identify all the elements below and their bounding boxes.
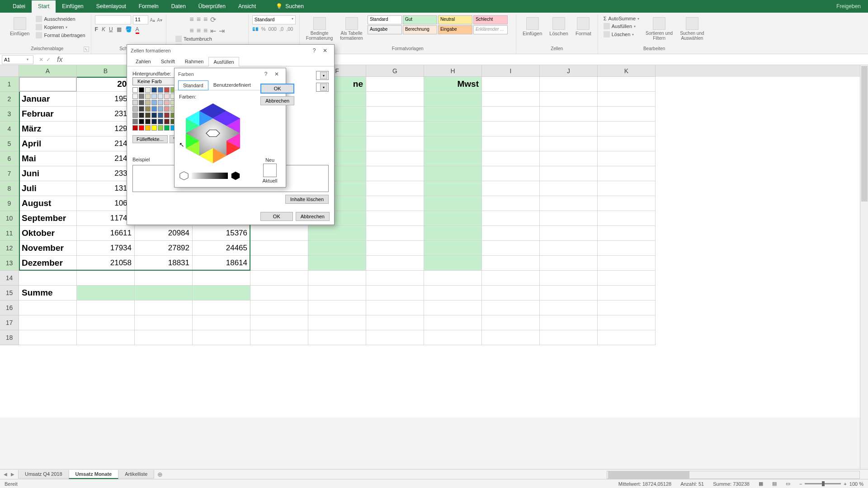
palette-swatch[interactable] bbox=[158, 119, 163, 124]
dialog-close-button[interactable]: ✕ bbox=[320, 46, 330, 55]
increase-font-icon[interactable]: A▴ bbox=[150, 18, 156, 23]
cell[interactable] bbox=[308, 241, 366, 256]
palette-swatch[interactable] bbox=[139, 87, 144, 93]
cell[interactable] bbox=[19, 315, 77, 330]
row-header-8[interactable]: 8 bbox=[0, 181, 19, 196]
style-schlecht[interactable]: Schlecht bbox=[473, 15, 508, 24]
cell[interactable] bbox=[540, 196, 598, 211]
dialog-help-button[interactable]: ? bbox=[309, 46, 320, 55]
row-header-16[interactable]: 16 bbox=[0, 300, 19, 315]
cell[interactable] bbox=[250, 286, 308, 300]
format-ok-button[interactable]: OK bbox=[260, 212, 293, 221]
align-left-icon[interactable]: ≡ bbox=[189, 27, 193, 35]
cell[interactable] bbox=[482, 136, 540, 151]
row-header-13[interactable]: 13 bbox=[0, 256, 19, 271]
percent-icon[interactable]: % bbox=[261, 26, 266, 32]
colors-close-button[interactable]: ✕ bbox=[271, 70, 282, 79]
palette-swatch[interactable] bbox=[158, 100, 163, 105]
style-erklaerender[interactable]: Erklärender ... bbox=[473, 25, 508, 34]
view-normal-icon[interactable]: ▦ bbox=[759, 481, 763, 487]
cell[interactable] bbox=[366, 330, 424, 345]
cell[interactable] bbox=[598, 286, 656, 300]
cell[interactable] bbox=[540, 315, 598, 330]
cell[interactable] bbox=[308, 256, 366, 271]
cell[interactable]: 21058 bbox=[77, 256, 135, 271]
delete-cells-button[interactable]: Löschen bbox=[547, 15, 571, 38]
style-berechnung[interactable]: Berechnung bbox=[403, 25, 437, 34]
col-header-B[interactable]: B bbox=[77, 65, 135, 77]
pattern-color-dropdown[interactable]: ▾ bbox=[316, 71, 329, 80]
colors-help-button[interactable]: ? bbox=[260, 70, 271, 79]
cell[interactable] bbox=[424, 315, 482, 330]
select-all-corner[interactable] bbox=[0, 65, 19, 77]
palette-swatch[interactable] bbox=[145, 113, 151, 118]
cell[interactable] bbox=[366, 136, 424, 151]
conditional-format-button[interactable]: Bedingte Formatierung bbox=[303, 15, 335, 42]
palette-swatch[interactable] bbox=[164, 113, 170, 118]
cell[interactable]: 1957 bbox=[77, 92, 135, 107]
palette-swatch[interactable] bbox=[151, 87, 157, 93]
cell[interactable] bbox=[482, 196, 540, 211]
cell[interactable] bbox=[540, 330, 598, 345]
tab-schrift[interactable]: Schrift bbox=[156, 56, 180, 66]
cell[interactable]: 2146 bbox=[77, 151, 135, 166]
tab-rahmen[interactable]: Rahmen bbox=[180, 56, 209, 66]
palette-swatch[interactable] bbox=[145, 106, 151, 112]
colors-ok-button[interactable]: OK bbox=[260, 84, 294, 94]
cell[interactable] bbox=[482, 256, 540, 271]
col-header-J[interactable]: J bbox=[540, 65, 598, 77]
tab-ausfuellen[interactable]: Ausfüllen bbox=[208, 57, 239, 66]
format-painter-button[interactable]: Format übertragen bbox=[34, 32, 87, 39]
cell[interactable]: 24465 bbox=[193, 241, 250, 256]
cell[interactable] bbox=[193, 300, 250, 315]
cell[interactable] bbox=[424, 226, 482, 241]
fill-effects-button[interactable]: Fülleffekte... bbox=[132, 135, 168, 143]
align-right-icon[interactable]: ≡ bbox=[203, 27, 208, 35]
align-bottom-icon[interactable]: ≡ bbox=[203, 15, 208, 24]
cell[interactable] bbox=[482, 181, 540, 196]
autosum-button[interactable]: ΣAutoSumme▾ bbox=[602, 15, 641, 22]
row-header-10[interactable]: 10 bbox=[0, 211, 19, 226]
cell[interactable] bbox=[308, 315, 366, 330]
row-header-1[interactable]: 1 bbox=[0, 77, 19, 92]
dec-decimal-icon[interactable]: ,00 bbox=[286, 26, 293, 32]
cell[interactable] bbox=[482, 315, 540, 330]
add-sheet-button[interactable]: ⊕ bbox=[154, 470, 166, 479]
cell[interactable] bbox=[366, 92, 424, 107]
fill-color-button[interactable]: 🪣 bbox=[125, 26, 132, 33]
cell[interactable]: Dezember bbox=[19, 256, 77, 271]
cell[interactable] bbox=[482, 330, 540, 345]
cell[interactable] bbox=[366, 226, 424, 241]
cell[interactable]: Mwst bbox=[424, 77, 482, 92]
cell[interactable] bbox=[250, 271, 308, 286]
palette-swatch[interactable] bbox=[164, 106, 170, 112]
cell[interactable] bbox=[482, 271, 540, 286]
col-header-A[interactable]: A bbox=[19, 65, 77, 77]
row-header-4[interactable]: 4 bbox=[0, 122, 19, 136]
currency-icon[interactable]: 💶 bbox=[252, 26, 259, 32]
cell[interactable]: 27892 bbox=[135, 241, 193, 256]
sort-filter-button[interactable]: Sortieren und Filtern bbox=[643, 15, 675, 42]
clipboard-launcher[interactable]: ⤡ bbox=[84, 47, 89, 52]
style-neutral[interactable]: Neutral bbox=[438, 15, 472, 24]
cell[interactable] bbox=[482, 92, 540, 107]
cell[interactable] bbox=[366, 181, 424, 196]
cell[interactable] bbox=[250, 241, 308, 256]
cell[interactable] bbox=[540, 256, 598, 271]
row-header-7[interactable]: 7 bbox=[0, 166, 19, 181]
cell[interactable] bbox=[482, 286, 540, 300]
cell[interactable] bbox=[135, 271, 193, 286]
cell[interactable]: August bbox=[19, 196, 77, 211]
cell[interactable] bbox=[19, 330, 77, 345]
cell[interactable] bbox=[540, 122, 598, 136]
cell[interactable] bbox=[308, 226, 366, 241]
ribbon-search[interactable]: 💡 Suchen bbox=[276, 3, 304, 9]
grayscale-strip[interactable] bbox=[192, 173, 228, 179]
cell[interactable] bbox=[366, 286, 424, 300]
palette-swatch[interactable] bbox=[139, 106, 144, 112]
cell[interactable] bbox=[482, 151, 540, 166]
cell[interactable] bbox=[19, 77, 77, 92]
sheet-tab-umsatz-q4[interactable]: Umsatz Q4 2018 bbox=[18, 470, 69, 479]
palette-swatch[interactable] bbox=[158, 94, 163, 99]
cell[interactable] bbox=[424, 241, 482, 256]
